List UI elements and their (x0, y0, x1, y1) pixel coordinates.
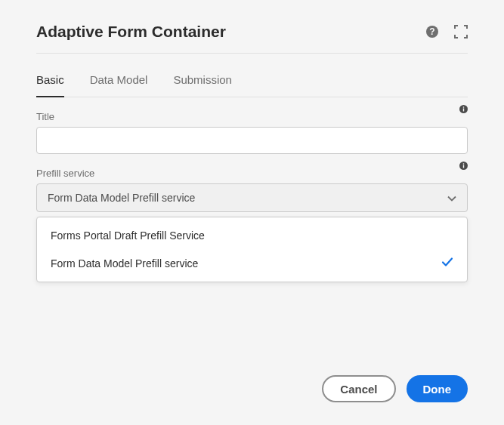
fullscreen-icon[interactable] (454, 25, 468, 38)
done-button[interactable]: Done (407, 375, 468, 402)
tabs: Basic Data Model Submission (36, 73, 468, 97)
prefill-service-selected-value: Form Data Model Prefill service (48, 192, 195, 204)
field-prefill-service: Prefill service Form Data Model Prefill … (36, 168, 468, 282)
header-icons: ? (425, 25, 468, 38)
chevron-down-icon (447, 192, 456, 204)
tab-submission[interactable]: Submission (173, 73, 232, 97)
tab-data-model[interactable]: Data Model (90, 73, 148, 97)
dropdown-option-label: Form Data Model Prefill service (51, 257, 198, 269)
field-prefill-label-row: Prefill service (36, 168, 468, 179)
dialog-container: Adaptive Form Container ? Basic Data Mod… (0, 0, 504, 282)
dialog-title: Adaptive Form Container (36, 23, 226, 41)
field-title: Title (36, 111, 468, 154)
svg-rect-7 (463, 163, 464, 164)
prefill-service-dropdown: Forms Portal Draft Prefill Service Form … (36, 217, 468, 282)
info-icon[interactable] (459, 162, 468, 170)
field-title-label-row: Title (36, 111, 468, 122)
svg-text:?: ? (429, 26, 434, 37)
check-icon (441, 257, 453, 269)
svg-rect-4 (463, 106, 464, 107)
field-prefill-label: Prefill service (36, 168, 94, 179)
dropdown-option-form-data-model[interactable]: Form Data Model Prefill service (37, 249, 467, 277)
info-icon[interactable] (459, 105, 468, 113)
dialog-footer: Cancel Done (322, 375, 468, 402)
svg-rect-6 (463, 165, 464, 168)
help-icon[interactable]: ? (425, 25, 439, 38)
prefill-service-select[interactable]: Form Data Model Prefill service (36, 183, 468, 212)
tab-basic[interactable]: Basic (36, 73, 64, 97)
dropdown-option-forms-portal-draft[interactable]: Forms Portal Draft Prefill Service (37, 222, 467, 249)
title-input[interactable] (36, 127, 468, 154)
dialog-header: Adaptive Form Container ? (36, 23, 468, 54)
cancel-button[interactable]: Cancel (322, 375, 395, 402)
dropdown-option-label: Forms Portal Draft Prefill Service (51, 229, 205, 242)
field-title-label: Title (36, 111, 54, 122)
svg-rect-3 (463, 109, 464, 112)
